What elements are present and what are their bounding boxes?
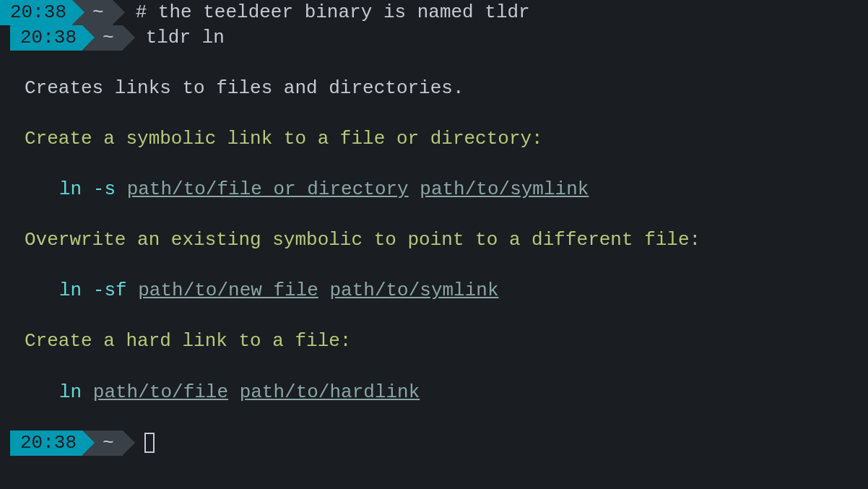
command-text[interactable]: tldr ln [123,25,225,51]
example-cmd-2: ln -sf path/to/new_file path/to/symlink [25,278,868,303]
cursor-icon[interactable] [144,433,155,453]
cmd-arg: path/to/new_file [138,280,318,301]
command-output: Creates links to files and directories. … [0,76,868,405]
example-cmd-3: ln path/to/file path/to/hardlink [25,380,868,405]
cmd-arg: path/to/hardlink [240,381,420,403]
cmd-arg: path/to/symlink [420,178,589,200]
example-title-3: Create a hard link to a file: [25,329,868,354]
tldr-description: Creates links to files and directories. [25,76,868,101]
example-title-2: Overwrite an existing symbolic to point … [25,228,868,253]
time-badge: 20:38 [10,25,82,51]
time-badge: 20:38 [0,0,72,25]
example-title-1: Create a symbolic link to a file or dire… [25,126,868,152]
cmd-prefix: ln -s [59,178,127,200]
cmd-arg: path/to/file [93,381,228,403]
cmd-arg: path/to/symlink [329,280,498,301]
prompt-line-1: 20:38 ~ # the teeldeer binary is named t… [0,0,868,25]
time-badge: 20:38 [10,430,82,456]
prompt-line-3[interactable]: 20:38 ~ [10,430,868,456]
cmd-prefix: ln -sf [59,280,138,301]
cmd-arg: path/to/file_or_directory [127,178,409,200]
example-cmd-1: ln -s path/to/file_or_directory path/to/… [25,177,868,202]
command-comment: # the teeldeer binary is named tldr [113,0,530,25]
prompt-line-2: 20:38 ~ tldr ln [0,25,868,51]
cmd-prefix: ln [59,381,93,403]
